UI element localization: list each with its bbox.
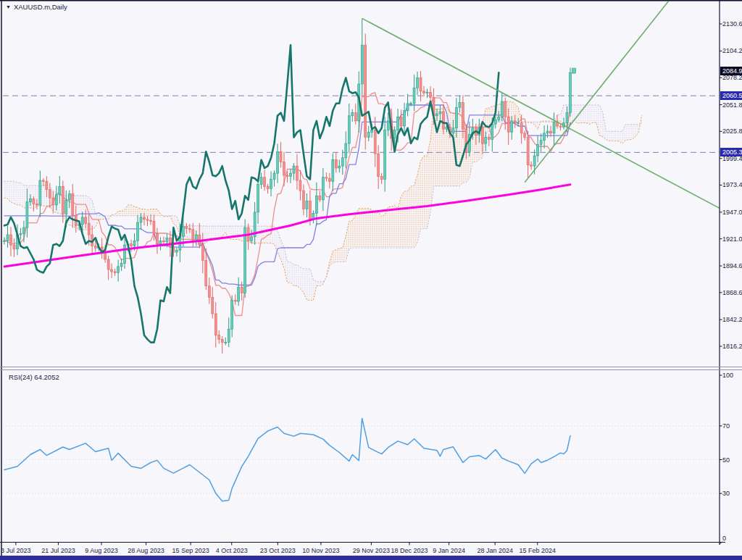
level-badge-lower: 2005.30 [720, 148, 742, 156]
rsi-tick-label: 30 [722, 490, 730, 497]
price-tick-label: 1816.20 [722, 343, 742, 350]
top-frame-line [0, 0, 742, 1]
date-tick-label: 18 Dec 2023 [391, 547, 428, 554]
date-tick-label: 9 Aug 2023 [85, 547, 118, 554]
price-tick-label: 2025.80 [722, 128, 742, 135]
price-tick-label: 2051.80 [722, 101, 742, 109]
date-tick-label: 4 Oct 2023 [216, 547, 248, 554]
price-tick-label: 2104.20 [722, 47, 742, 54]
symbol-period-text: XAUUSD.m,Daily [14, 3, 67, 11]
date-tick-label: 23 Oct 2023 [260, 547, 296, 554]
date-tick-label: 9 Jan 2024 [433, 547, 465, 554]
rsi-tick-label: 100 [722, 372, 733, 379]
price-tick-label: 2130.60 [722, 20, 742, 28]
date-tick-label: 3 Jul 2023 [1, 547, 31, 554]
date-tick-label: 29 Nov 2023 [353, 547, 390, 554]
ichimoku-cloud [4, 181, 112, 230]
rsi-tick-label: 70 [722, 422, 730, 430]
chart-window: ▼ XAUUSD.m,Daily RSI(24) 64.2052 2130.60… [0, 0, 742, 560]
bottom-window-strip [0, 556, 742, 560]
date-tick-label: 28 Jan 2024 [477, 547, 513, 554]
ichimoku-cloud [326, 101, 525, 278]
price-tick-label: 1894.60 [722, 262, 742, 269]
rsi-tick-label: 50 [722, 456, 730, 464]
price-tick-label: 1973.40 [722, 181, 742, 188]
price-tick-label: 1947.00 [722, 209, 742, 216]
date-tick-label: 10 Nov 2023 [302, 547, 339, 554]
price-tick-label: 1868.60 [722, 289, 742, 296]
date-tick-label: 28 Aug 2023 [128, 547, 164, 554]
last-price-marker [572, 68, 575, 73]
price-tick-label: 1842.20 [722, 316, 742, 323]
rsi-indicator-label: RSI(24) 64.2052 [9, 373, 59, 381]
ichimoku-cloud [525, 121, 541, 129]
current-price-badge: 2084.96 [720, 67, 742, 75]
dropdown-triangle-icon: ▼ [6, 4, 11, 9]
level-badge-upper: 2060.53 [720, 91, 742, 100]
chart-canvas[interactable] [0, 0, 742, 560]
date-tick-label: 15 Feb 2024 [519, 547, 556, 554]
candles-layer [4, 18, 572, 354]
ascending-trendline[interactable] [525, 0, 671, 183]
symbol-period-label: ▼ XAUUSD.m,Daily [6, 3, 67, 11]
date-tick-label: 21 Jul 2023 [41, 547, 75, 554]
price-tick-label: 1921.00 [722, 235, 742, 243]
date-tick-label: 15 Sep 2023 [172, 547, 209, 554]
rsi-tick-label: 0 [722, 535, 726, 542]
price-tick-label: 2078.20 [722, 74, 742, 81]
